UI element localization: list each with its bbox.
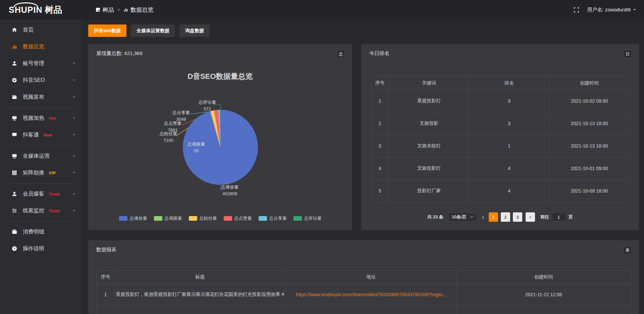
column-header: 序号	[371, 76, 389, 90]
sidebar-item-label: 矩阵助推	[23, 169, 44, 176]
sidebar-item[interactable]: 消费明细	[0, 223, 82, 240]
pagination: 共 23 条 10条/页 ‹ 123 › 前往 页	[361, 212, 639, 222]
table-cell: 2021-10-09 18:00	[549, 180, 629, 202]
sidebar-item[interactable]: 线索监控Tools	[0, 202, 82, 219]
user-menu[interactable]: 用户名: zswodun88	[587, 7, 637, 13]
legend-swatch	[119, 216, 127, 221]
legend-label: 总点赞量	[234, 215, 252, 221]
table-cell: 3	[469, 112, 549, 135]
table-cell: 2021-10-13 18:00	[549, 112, 629, 135]
table-row: 2文旅投影32021-10-13 18:00	[371, 112, 630, 135]
sidebar-divider	[5, 107, 77, 108]
fullscreen-icon[interactable]	[574, 7, 579, 13]
chevron-down-icon	[72, 154, 76, 158]
breadcrumb-current[interactable]: 数据总览	[123, 6, 153, 14]
legend-item[interactable]: 总播放量	[119, 215, 147, 221]
pie-slice-label: 总分享量3049	[166, 109, 196, 123]
chart-legend: 总播放量总视频量总粉丝量总点赞量总分享量总评论量	[88, 215, 352, 221]
chevron-down-icon	[72, 78, 76, 82]
sidebar-item-label: 线索监控	[23, 207, 44, 214]
day-badge[interactable]: 日	[624, 50, 632, 58]
sidebar-item[interactable]: 视频发布	[0, 89, 82, 105]
username-label: 用户名: zswodun88	[587, 7, 631, 13]
sidebar-item[interactable]: 视频加热Hot	[0, 110, 82, 126]
page-size-select[interactable]: 10条/页	[448, 212, 477, 222]
display-icon	[11, 153, 17, 159]
pagination-total: 共 23 条	[427, 214, 443, 220]
app-logo: SHUPIN 树品	[0, 5, 82, 14]
sidebar-item[interactable]: 数据总览	[0, 38, 82, 55]
breadcrumb: 树品 > 数据总览	[96, 6, 153, 14]
sidebar-item[interactable]: 矩阵助推VIP	[0, 164, 82, 181]
table-cell: 4	[371, 157, 389, 180]
legend-item[interactable]: 总粉丝量	[189, 215, 217, 221]
chevron-down-icon	[72, 95, 76, 99]
page-button-3[interactable]: 3	[513, 212, 522, 222]
sidebar-item[interactable]: 会员爆客Tools	[0, 186, 82, 202]
wallet-icon	[11, 229, 17, 234]
sidebar-divider	[5, 183, 77, 184]
board-icon	[96, 7, 100, 12]
sidebar-item-label: 抖客通	[23, 132, 39, 139]
sidebar-item[interactable]: 抖客通New	[0, 126, 82, 143]
chat-icon	[11, 132, 17, 138]
tab-1[interactable]: 抖音seo数据	[88, 24, 126, 37]
user-icon	[11, 61, 17, 66]
chevron-down-icon	[72, 133, 76, 137]
table-row: 1景观投影灯，夜游景观投影灯厂家展示展示落花灯在花园里的灯光投影应用效果 #ht…	[97, 284, 631, 305]
chevron-down-icon	[72, 209, 76, 213]
tab-2[interactable]: 全媒体运营数据	[131, 24, 175, 37]
page-button-1[interactable]: 1	[489, 212, 498, 222]
logo-text-en: SHUPIN	[9, 6, 42, 14]
legend-item[interactable]: 总分享量	[259, 215, 287, 221]
table-badge[interactable]: 表	[624, 246, 632, 254]
sidebar-item[interactable]: 全媒体运营	[0, 148, 82, 164]
tab-3[interactable]: 询盘数据	[179, 24, 210, 37]
next-page-button[interactable]: ›	[526, 212, 535, 222]
sidebar-item-label: 视频加热	[23, 115, 44, 122]
table-cell: 2021-10-01 09:00	[549, 157, 629, 180]
legend-item[interactable]: 总评论量	[293, 215, 322, 221]
chevron-down-icon	[633, 8, 637, 12]
video-link[interactable]: https://www.iesdouyin.com/share/video/70…	[296, 292, 446, 297]
top-bar: SHUPIN 树品 树品 > 数据总览 用户名: zswodun88	[0, 0, 644, 19]
table-row: 3文旅水纹灯12021-10-13 18:00	[371, 135, 630, 157]
sidebar-item[interactable]: 首页	[0, 21, 82, 38]
table-cell: 文旅水纹灯	[389, 135, 469, 157]
sidebar-item-label: 数据总览	[23, 43, 44, 50]
table-cell: 文旅投影灯	[389, 157, 469, 180]
sidebar-item[interactable]: ?操作说明	[0, 240, 82, 257]
sidebar-item-badge: Hot	[49, 116, 56, 121]
legend-label: 总视频量	[165, 215, 182, 221]
data-tabs: 抖音seo数据全媒体运营数据询盘数据	[88, 24, 639, 37]
table-cell: 4	[469, 180, 549, 202]
sidebar-item[interactable]: 抖音SEO	[0, 72, 82, 89]
sidebar-item-label: 全媒体运营	[23, 153, 50, 160]
legend-label: 总评论量	[304, 215, 322, 221]
breadcrumb-separator: >	[117, 7, 120, 12]
ranking-card-title: 今日排名	[369, 50, 389, 57]
question-icon: ?	[11, 246, 17, 251]
table-row: 5投影灯厂家42021-10-09 18:00	[371, 180, 630, 202]
table-cell: 3	[371, 135, 389, 157]
legend-swatch	[259, 216, 267, 221]
legend-label: 总粉丝量	[200, 215, 217, 221]
legend-item[interactable]: 总视频量	[154, 215, 182, 221]
sidebar-item-badge: Tools	[49, 208, 60, 213]
table-cell: 投影灯厂家	[389, 180, 469, 202]
sidebar-nav: 首页数据总览账号管理抖音SEO视频发布视频加热Hot抖客通New全媒体运营矩阵助…	[0, 19, 82, 314]
goto-suffix: 页	[569, 214, 573, 220]
column-header: 标题	[115, 270, 286, 284]
breadcrumb-root[interactable]: 树品	[96, 6, 114, 14]
logo-arc-decoration	[13, 2, 38, 7]
pie-slice-label: 总视频量58	[181, 141, 211, 154]
goto-page-input[interactable]	[552, 213, 566, 221]
table-row-partial	[97, 305, 631, 314]
today-ranking-card: 今日排名 日 序号关键词排名创建时间 1景观投影灯32021-10-02 09:…	[361, 44, 639, 230]
page-button-2[interactable]: 2	[501, 212, 510, 222]
sidebar-item[interactable]: 账号管理	[0, 55, 82, 72]
table-row: 1景观投影灯32021-10-02 09:00	[371, 90, 630, 112]
legend-item[interactable]: 总点赞量	[224, 215, 252, 221]
chevron-down-icon	[72, 61, 76, 65]
prev-page-button[interactable]: ‹	[481, 214, 485, 220]
